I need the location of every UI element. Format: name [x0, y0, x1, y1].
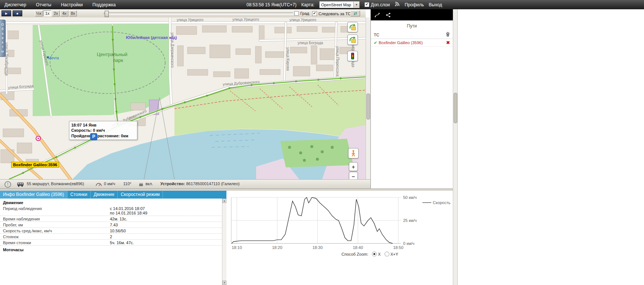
extra-layers-checkbox[interactable]: ✔ — [365, 2, 369, 7]
y-tick-label: 25 км/ч — [403, 218, 416, 223]
map-select[interactable]: OpenStreet Map ▼ — [319, 1, 360, 8]
chevron-down-icon: ▼ — [353, 2, 359, 7]
sidebar-track-item[interactable]: ✔Boxfinder Galileo (3596)✖ — [371, 39, 453, 47]
tab-3[interactable]: Скоростной режим — [118, 191, 163, 199]
map-label: улица Бограда — [298, 41, 323, 45]
menu-item[interactable]: Поддержка — [92, 2, 116, 7]
device-label: Устройство: — [160, 181, 185, 186]
tooltip-time: 18:07 14 Янв — [71, 122, 135, 128]
speed-button[interactable]: 2x — [52, 10, 60, 16]
routes-panel-button[interactable] — [372, 10, 382, 19]
pedestrian-mode-button[interactable] — [348, 148, 359, 158]
top-menu-bar: ДиспетчерОтчетыНастройкиПоддержка 08:53:… — [0, 0, 644, 9]
chart-zoom-mode-row: Способ Zoom:XX+Y — [226, 252, 453, 256]
menu-item[interactable]: Отчеты — [36, 2, 51, 7]
tab-2[interactable]: Движение — [91, 191, 118, 199]
rss-icon[interactable] — [395, 1, 400, 8]
zoom-out-button[interactable]: − — [349, 172, 358, 179]
playback-slider[interactable] — [104, 13, 293, 15]
follow-toggle[interactable]: ✔ Следовать за ТС — [312, 11, 351, 16]
speed-button[interactable]: 4x — [61, 10, 68, 16]
speed-button[interactable]: 8x — [69, 10, 77, 16]
x-tick-label: 18:30 — [313, 245, 323, 250]
info-row: Время наблюдения42м. 13с. — [0, 216, 222, 222]
parking-icon: P — [90, 133, 97, 140]
route-layer-button[interactable] — [347, 22, 358, 32]
bottom-panel: Инфо Boxfinder Galileo (3596)СтоянкиДвиж… — [0, 189, 453, 285]
tooltip-speed: Скорость: 0 км/ч — [71, 128, 135, 133]
menu-item[interactable]: Диспетчер — [4, 2, 26, 7]
speed-chart[interactable]: 18:1018:2018:3018:4018:500 км/ч25 км/ч50… — [226, 193, 453, 251]
track-visible-icon[interactable]: ✔ — [374, 40, 377, 45]
info-row: Стоянок2 — [0, 234, 222, 240]
map-label: улица Урицкого — [290, 18, 317, 22]
current-speed: 0 км/ч — [104, 181, 115, 186]
extra-layers-label: Доп.слои — [371, 2, 390, 7]
zoom-mode-option[interactable]: X — [372, 252, 380, 256]
speed-chart-panel: 18:1018:2018:3018:4018:500 км/ч25 км/ч50… — [226, 191, 453, 285]
tab-0[interactable]: Инфо Boxfinder Galileo (3596) — [0, 191, 68, 199]
vehicle-map-label[interactable]: Boxfinder Galileo:3596 — [11, 162, 59, 168]
main-menu: ДиспетчерОтчетыНастройкиПоддержка — [4, 0, 116, 9]
info-tabs: Инфо Boxfinder Galileo (3596)СтоянкиДвиж… — [0, 191, 226, 199]
ignition-icon — [139, 183, 143, 187]
y-tick-label: 0 км/ч — [403, 241, 414, 246]
speed-button[interactable]: ½x — [35, 10, 43, 16]
clock: 08:53:58 15 Янв(UTC+7) — [246, 2, 297, 7]
tracks-panel-button[interactable] — [383, 10, 393, 19]
map-label: парк — [113, 58, 123, 63]
objects-panel-tab[interactable]: Объекты — [0, 20, 6, 57]
extra-layers-toggle[interactable]: ✔ Доп.слои — [365, 2, 390, 7]
speed-button[interactable]: 1x — [43, 10, 51, 16]
bus-icon — [17, 182, 24, 188]
playback-slider-handle[interactable] — [105, 11, 109, 17]
traffic-layer-button[interactable] — [347, 51, 358, 61]
logout-link[interactable]: Выход — [429, 2, 442, 7]
green-arrow-sheet-icon — [349, 23, 356, 31]
sidebar-title: Пути — [371, 20, 453, 31]
course-value: 110° — [123, 181, 131, 186]
geozone-layer-button[interactable] — [347, 35, 358, 45]
grad-checkbox[interactable]: ✔ — [294, 11, 299, 16]
x-tick-label: 18:40 — [353, 245, 363, 250]
island-green — [280, 139, 353, 167]
profile-link[interactable]: Профиль — [405, 2, 424, 7]
empty-right-region — [457, 9, 644, 285]
tab-1[interactable]: Стоянки — [68, 191, 91, 199]
map-viewport[interactable]: улица Урицкогоулица Урицкогоулица Урицко… — [0, 17, 366, 179]
zoom-mode-label: Способ Zoom: — [341, 252, 368, 256]
zoom-in-button[interactable]: + — [349, 162, 358, 171]
scroll-down-icon[interactable]: ▼ — [222, 281, 226, 285]
vehicle-status-bar: ! 55 маршрут, Волжанин(ев896) 0 км/ч 110… — [0, 179, 370, 189]
map-label: улица Урицкого — [232, 17, 259, 22]
track-remove-icon[interactable]: ✖ — [446, 40, 450, 45]
scroll-up-icon[interactable]: ▲ — [222, 199, 226, 203]
info-row: Скорость сред./макс, км/ч10.56/50 — [0, 228, 222, 234]
zoom-mode-option[interactable]: X+Y — [385, 252, 398, 256]
group-label: ТС — [374, 33, 379, 37]
topbar-right-cluster: 08:53:58 15 Янв(UTC+7) Карта: OpenStreet… — [246, 0, 442, 9]
info-row-value: 7.43 — [110, 223, 219, 227]
graph-nodes-icon — [386, 12, 391, 18]
info-row-label: Время наблюдения — [3, 217, 110, 221]
info-icon[interactable]: ! — [4, 181, 11, 188]
delete-all-icon[interactable] — [446, 32, 450, 37]
follow-checkbox[interactable]: ✔ — [312, 11, 317, 16]
play-button[interactable]: ▶ — [1, 10, 11, 16]
info-scrollbar[interactable]: ▲ ▼ — [222, 199, 226, 285]
info-row-label: Время стоянки — [3, 240, 110, 245]
pan-mode-button[interactable]: ⇄ — [350, 10, 360, 16]
zoom-mode-radio[interactable] — [372, 252, 377, 256]
right-scrollbar-thumb[interactable] — [454, 93, 457, 123]
stop-button[interactable]: ■ — [13, 10, 22, 16]
map-select-label: Карта: — [301, 2, 314, 7]
map-scrollbar-thumb[interactable] — [366, 94, 370, 119]
map-label: Центральный — [97, 52, 128, 57]
info-row-label: Стоянок — [3, 235, 110, 239]
map-label: улица Кирова — [286, 47, 290, 71]
grad-toggle[interactable]: ✔ Град — [294, 11, 309, 16]
zoom-mode-radio[interactable] — [385, 252, 389, 256]
map-label: Юбилейная (детская ж/д) — [126, 35, 177, 40]
map-canvas[interactable]: улица Урицкогоулица Урицкогоулица Урицко… — [0, 17, 366, 179]
menu-item[interactable]: Настройки — [61, 2, 83, 7]
